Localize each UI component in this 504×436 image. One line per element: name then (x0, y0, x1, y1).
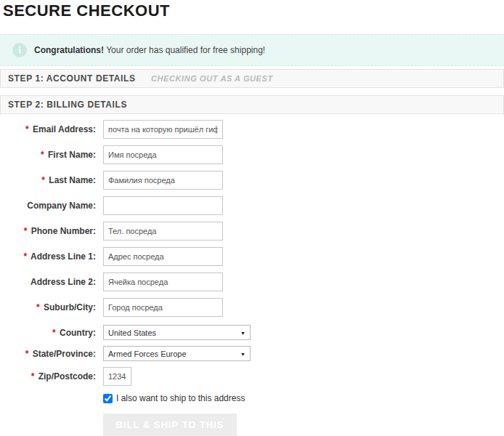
address-line-1-input[interactable] (103, 247, 223, 266)
field-row-last-name: * Last Name: (0, 171, 504, 190)
required-asterisk: * (25, 124, 29, 134)
field-row-suburb-city: * Suburb/City: (0, 298, 504, 317)
field-control (103, 247, 223, 266)
ship-to-address-checkbox[interactable] (103, 394, 113, 403)
field-control (103, 196, 223, 215)
field-label: * Phone Number: (0, 226, 96, 236)
company-name-input[interactable] (103, 196, 223, 215)
field-label: * Company Name: (0, 201, 96, 211)
required-asterisk: * (41, 150, 44, 160)
suburb-city-input[interactable] (103, 298, 223, 317)
field-row-company-name: * Company Name: (0, 196, 504, 215)
banner-message: Your order has qualified for free shippi… (106, 45, 265, 55)
ship-to-address-row: I also want to ship to this address (103, 393, 504, 403)
field-control (103, 272, 223, 291)
zip-postcode-input[interactable] (103, 367, 131, 386)
banner-text: Congratulations! Your order has qualifie… (34, 45, 265, 55)
field-row-state-province: * State/Province: Armed Forces Europe▼ (0, 346, 504, 361)
last-name-input[interactable] (103, 171, 223, 190)
field-label: * Country: (0, 328, 96, 338)
field-row-zip-postcode: * Zip/Postcode: (0, 367, 504, 386)
info-icon: i (12, 43, 27, 57)
field-label: * Address Line 2: (0, 277, 96, 287)
ship-to-address-label: I also want to ship to this address (116, 393, 245, 403)
bill-and-ship-button[interactable]: BILL & SHIP TO THIS ADDRESS (103, 413, 237, 436)
step1-label: STEP 1: ACCOUNT DETAILS (8, 73, 136, 84)
field-row-first-name: * First Name: (0, 145, 504, 164)
field-label: * Suburb/City: (0, 302, 96, 312)
field-control: Armed Forces Europe▼ (103, 346, 251, 361)
country-select[interactable]: United States (103, 325, 251, 340)
field-control (103, 145, 223, 164)
step1-guest-note: CHECKING OUT AS A GUEST (151, 74, 273, 83)
field-control (103, 222, 223, 241)
field-label: * Zip/Postcode: (0, 371, 96, 382)
required-asterisk: * (41, 175, 45, 185)
field-row-email-address: * Email Address: (0, 120, 504, 139)
banner-bold-text: Congratulations! (34, 45, 104, 55)
page-title: SECURE CHECKOUT (0, 0, 504, 20)
country-select-wrap: United States▼ (103, 325, 251, 340)
email-address-input[interactable] (103, 120, 223, 139)
address-line-2-input[interactable] (103, 272, 223, 291)
field-control (103, 367, 131, 386)
state-province-select[interactable]: Armed Forces Europe (103, 346, 251, 361)
field-control (103, 120, 223, 139)
field-control (103, 298, 223, 317)
required-asterisk: * (25, 349, 29, 359)
field-control: United States▼ (103, 325, 251, 340)
first-name-input[interactable] (103, 145, 223, 164)
field-label: * Email Address: (0, 124, 96, 134)
field-row-country: * Country: United States▼ (0, 325, 504, 340)
fields-container: * Email Address: * First Name: * Last Na… (0, 120, 504, 386)
billing-details-form: * Email Address: * First Name: * Last Na… (0, 114, 504, 436)
field-row-address-line-1: * Address Line 1: (0, 247, 504, 266)
phone-number-input[interactable] (103, 222, 223, 241)
step2-header[interactable]: STEP 2: BILLING DETAILS (0, 95, 504, 114)
required-asterisk: * (23, 251, 27, 262)
field-label: * Last Name: (0, 175, 96, 185)
step1-header[interactable]: STEP 1: ACCOUNT DETAILS CHECKING OUT AS … (0, 69, 504, 88)
checkout-page: SECURE CHECKOUT i Congratulations! Your … (0, 0, 504, 436)
state-province-select-wrap: Armed Forces Europe▼ (103, 346, 251, 361)
field-label: * First Name: (0, 150, 96, 160)
required-asterisk: * (36, 302, 40, 312)
required-asterisk: * (52, 328, 56, 338)
field-label: * Address Line 1: (0, 251, 96, 262)
free-shipping-banner: i Congratulations! Your order has qualif… (0, 34, 504, 66)
field-row-phone-number: * Phone Number: (0, 222, 504, 241)
required-asterisk: * (24, 226, 28, 236)
step2-label: STEP 2: BILLING DETAILS (8, 100, 127, 110)
field-label: * State/Province: (0, 349, 96, 359)
field-row-address-line-2: * Address Line 2: (0, 272, 504, 291)
required-asterisk: * (31, 371, 35, 382)
field-control (103, 171, 223, 190)
